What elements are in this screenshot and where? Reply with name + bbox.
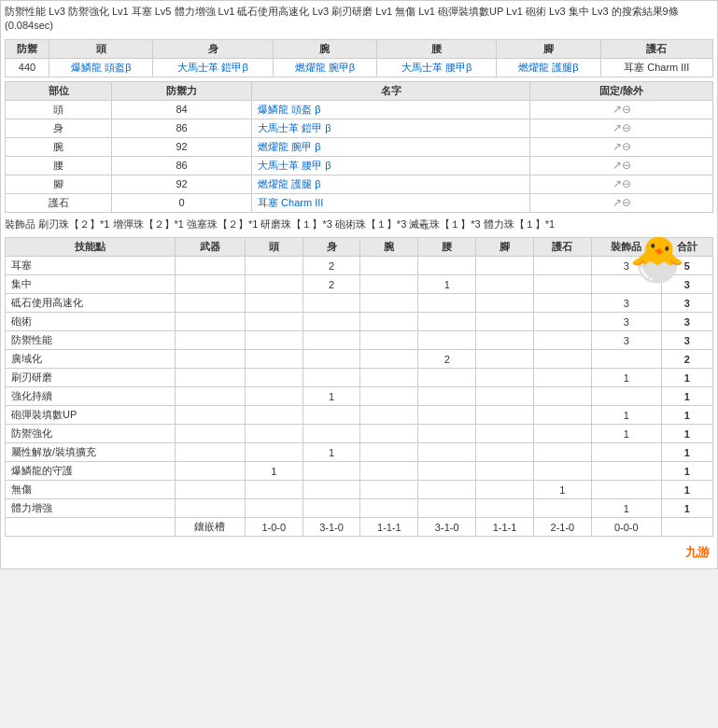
skill-value-cell: 1 — [418, 275, 476, 294]
fix-icon[interactable]: ↗⊖ — [612, 121, 631, 134]
slot-value: 0-0-0 — [591, 518, 661, 537]
slot-value: 1-1-1 — [476, 518, 534, 537]
skill-value-cell — [245, 331, 303, 350]
skill-value-cell: 3 — [661, 331, 712, 350]
detail-row: 護石0耳塞 Charm III↗⊖ — [6, 193, 713, 212]
fix-cell: ↗⊖ — [530, 175, 713, 193]
skill-col-header: 武器 — [175, 238, 245, 257]
skill-value-cell — [175, 369, 245, 387]
skill-value-cell — [303, 425, 360, 443]
skill-value-cell — [360, 294, 418, 313]
skill-value-cell: 3 — [661, 313, 712, 331]
skill-name-cell: 體力增強 — [6, 499, 176, 518]
skill-value-cell — [418, 406, 476, 425]
skill-value-cell — [476, 406, 534, 425]
fix-icon[interactable]: ↗⊖ — [612, 159, 631, 172]
skill-value-cell — [360, 481, 418, 499]
main-cell: 燃燿龍 護腿β — [497, 58, 600, 77]
skill-value-cell — [533, 369, 591, 387]
skill-col-header: 身 — [303, 238, 360, 257]
equipment-detail-link[interactable]: 燃燿龍 護腿 β — [258, 178, 320, 189]
skill-name-cell: 耳塞 — [6, 257, 176, 275]
skill-value-cell — [418, 369, 476, 387]
skill-value-cell — [591, 443, 661, 462]
skill-value-cell — [245, 313, 303, 331]
equipment-detail-link[interactable]: 大馬士革 鎧甲 β — [258, 122, 331, 133]
skill-value-cell — [245, 257, 303, 275]
skill-value-cell — [360, 313, 418, 331]
main-cell: 440 — [6, 58, 49, 77]
skill-value-cell — [360, 499, 418, 518]
skill-value-cell — [303, 369, 360, 387]
skill-name-cell: 砲術 — [6, 313, 176, 331]
skill-value-cell — [360, 387, 418, 406]
skill-row: 廣域化22 — [6, 350, 713, 369]
skill-value-cell: 2 — [303, 275, 360, 294]
skill-value-cell — [476, 313, 534, 331]
skill-value-cell — [533, 425, 591, 443]
skill-value-cell — [418, 481, 476, 499]
equipment-link[interactable]: 大馬士革 腰甲β — [401, 62, 472, 73]
skill-value-cell — [476, 481, 534, 499]
main-cell: 大馬士革 腰甲β — [377, 58, 497, 77]
main-container: 防禦性能 Lv3 防禦強化 Lv1 耳塞 Lv5 體力增強 Lv1 砥石使用高速… — [0, 0, 718, 569]
skill-row: 爆鱗龍的守護11 — [6, 462, 713, 481]
skill-value-cell — [175, 331, 245, 350]
detail-row: 腕92燃燿龍 腕甲 β↗⊖ — [6, 137, 713, 156]
fix-icon[interactable]: ↗⊖ — [612, 177, 631, 190]
col-defense: 防禦力 — [112, 81, 252, 100]
skill-name-cell: 廣域化 — [6, 350, 176, 369]
slot-value: 1-0-0 — [245, 518, 303, 537]
main-cell: 燃燿龍 腕甲β — [273, 58, 376, 77]
equipment-detail-link[interactable]: 大馬士革 腰甲 β — [258, 160, 331, 171]
skill-value-cell: 1 — [661, 406, 712, 425]
skill-name-cell: 刷刃研磨 — [6, 369, 176, 387]
skill-value-cell — [418, 387, 476, 406]
skill-value-cell — [175, 443, 245, 462]
skill-value-cell: 1 — [661, 443, 712, 462]
skill-value-cell: 1 — [661, 499, 712, 518]
skill-value-cell — [476, 294, 534, 313]
skill-row: 體力增強11 — [6, 499, 713, 518]
skill-value-cell — [360, 462, 418, 481]
skill-value-cell — [360, 369, 418, 387]
skill-value-cell — [245, 275, 303, 294]
skill-value-cell: 1 — [591, 425, 661, 443]
skill-value-cell — [418, 313, 476, 331]
skill-name-cell: 砥石使用高速化 — [6, 294, 176, 313]
skill-value-cell — [476, 257, 534, 275]
equipment-detail-link[interactable]: 爆鱗龍 頭盔 β — [258, 104, 320, 115]
fix-cell: ↗⊖ — [530, 193, 713, 212]
skill-value-cell — [533, 275, 591, 294]
skill-col-header: 腰 — [418, 238, 476, 257]
fix-icon[interactable]: ↗⊖ — [612, 140, 631, 153]
skill-row: 刷刃研磨11 — [6, 369, 713, 387]
fix-icon[interactable]: ↗⊖ — [612, 196, 631, 209]
equipment-link[interactable]: 爆鱗龍 頭盔β — [71, 62, 131, 73]
skill-value-cell — [533, 462, 591, 481]
skill-value-cell — [476, 499, 534, 518]
skill-value-cell — [245, 350, 303, 369]
skill-value-cell: 1 — [303, 387, 360, 406]
skill-value-cell — [591, 387, 661, 406]
equipment-link[interactable]: 燃燿龍 腕甲β — [295, 62, 355, 73]
skill-value-cell — [175, 499, 245, 518]
skill-section: 🐣 技能點武器頭身腕腰腳護石裝飾品合計 耳塞235集中213砥石使用高速化33砲… — [5, 237, 713, 537]
equipment-link[interactable]: 大馬士革 鎧甲β — [177, 62, 247, 73]
skill-value-cell — [175, 425, 245, 443]
main-col-header: 防禦 — [6, 39, 49, 58]
skill-row: 耳塞235 — [6, 257, 713, 275]
skill-name-cell: 防禦強化 — [6, 425, 176, 443]
fix-icon[interactable]: ↗⊖ — [612, 103, 631, 116]
skill-value-cell — [175, 294, 245, 313]
skill-value-cell — [476, 369, 534, 387]
main-cell: 耳塞 Charm III — [600, 58, 712, 77]
equipment-detail-link[interactable]: 耳塞 Charm III — [258, 197, 323, 208]
skill-value-cell — [476, 425, 534, 443]
name-cell: 爆鱗龍 頭盔 β — [252, 100, 530, 119]
skill-value-cell — [175, 257, 245, 275]
equipment-detail-link[interactable]: 燃燿龍 腕甲 β — [258, 141, 320, 152]
equipment-link[interactable]: 燃燿龍 護腿β — [518, 62, 578, 73]
skill-value-cell: 1 — [661, 425, 712, 443]
jiuyou-logo: 九游 — [5, 540, 713, 565]
